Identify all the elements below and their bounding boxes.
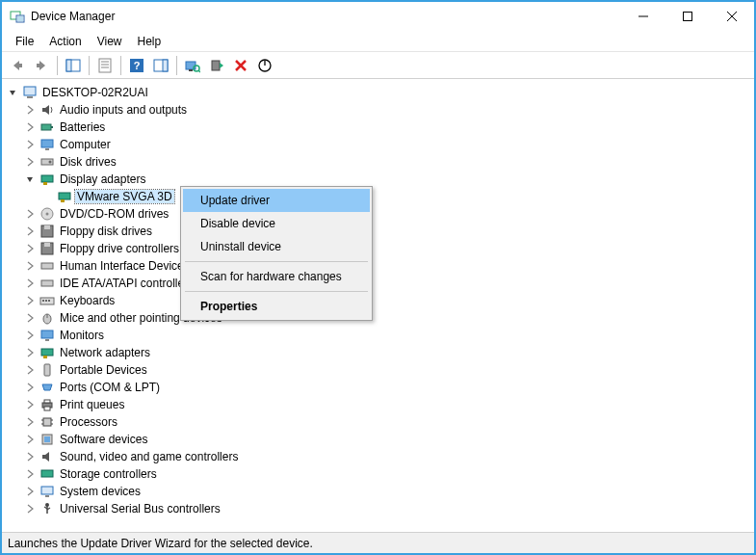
chevron-right-icon[interactable] (23, 277, 37, 290)
forward-button[interactable] (30, 54, 53, 77)
menu-file[interactable]: File (8, 33, 41, 50)
svg-rect-59 (44, 400, 50, 403)
chevron-right-icon[interactable] (23, 433, 37, 446)
svg-line-22 (198, 70, 200, 72)
tree-item-sound[interactable]: Sound, video and game controllers (21, 448, 752, 465)
tree-item-disk[interactable]: Disk drives (21, 153, 752, 171)
menu-action[interactable]: Action (41, 33, 89, 50)
display-adapter-icon (57, 189, 72, 204)
chevron-right-icon[interactable] (23, 450, 37, 463)
floppy-controller-icon (39, 241, 55, 256)
update-driver-button[interactable] (205, 54, 228, 77)
svg-rect-56 (43, 356, 47, 358)
menu-help[interactable]: Help (130, 33, 169, 50)
chevron-right-icon[interactable] (23, 138, 37, 151)
tree-item-label: Disk drives (58, 155, 118, 169)
scan-hardware-button[interactable] (181, 54, 204, 77)
tree-item-floppy-disk[interactable]: Floppy disk drives (21, 223, 752, 240)
tree-item-label: Floppy disk drives (58, 225, 154, 238)
svg-rect-46 (41, 280, 53, 286)
computer-icon (22, 85, 38, 100)
chevron-right-icon[interactable] (23, 346, 37, 359)
tree-item-label: Floppy drive controllers (58, 242, 181, 255)
tree-item-monitors[interactable]: Monitors (21, 327, 752, 344)
tree-item-processors[interactable]: Processors (21, 413, 752, 431)
chevron-right-icon[interactable] (23, 311, 37, 325)
tree-item-portable[interactable]: Portable Devices (21, 361, 752, 379)
chevron-right-icon[interactable] (23, 294, 37, 307)
svg-rect-35 (41, 175, 53, 182)
tree-item-storage[interactable]: Storage controllers (21, 465, 752, 483)
device-tree-panel[interactable]: DESKTOP-02R2UAI Audio inputs and outputs… (2, 79, 754, 532)
tree-item-ports[interactable]: Ports (COM & LPT) (21, 379, 752, 396)
context-properties[interactable]: Properties (183, 295, 370, 318)
chevron-right-icon[interactable] (23, 225, 37, 238)
tree-item-keyboards[interactable]: Keyboards (21, 292, 752, 309)
maximize-button[interactable] (665, 2, 710, 31)
tree-item-label: Processors (58, 415, 119, 429)
chevron-right-icon[interactable] (23, 398, 37, 411)
app-icon (10, 9, 25, 24)
uninstall-device-button[interactable] (229, 54, 252, 77)
tree-item-usb[interactable]: Universal Serial Bus controllers (21, 500, 752, 517)
chevron-right-icon[interactable] (23, 502, 37, 515)
toolbar-separator (120, 56, 121, 75)
tree-item-system[interactable]: System devices (21, 483, 752, 500)
dvd-icon (39, 206, 55, 222)
svg-rect-44 (44, 243, 50, 247)
sound-icon (39, 449, 55, 464)
context-disable-device[interactable]: Disable device (183, 212, 370, 235)
menu-view[interactable]: View (90, 33, 130, 50)
chevron-right-icon[interactable] (23, 363, 37, 377)
chevron-down-icon[interactable] (6, 86, 19, 99)
minimize-button[interactable] (621, 2, 665, 31)
device-manager-window: Device Manager File Action View Help (0, 0, 756, 555)
svg-rect-67 (44, 436, 50, 442)
tree-item-software[interactable]: Software devices (21, 431, 752, 448)
tree-item-display-adapters[interactable]: Display adapters (21, 171, 752, 188)
tree-item-print[interactable]: Print queues (21, 396, 752, 413)
chevron-right-icon[interactable] (23, 467, 37, 481)
tree-item-ide[interactable]: IDE ATA/ATAPI controllers (21, 275, 752, 292)
action-pane-button[interactable] (149, 54, 172, 77)
tree-item-batteries[interactable]: Batteries (21, 119, 752, 136)
tree-item-hid[interactable]: Human Interface Devices (21, 257, 752, 275)
chevron-right-icon[interactable] (23, 120, 37, 134)
chevron-right-icon[interactable] (23, 415, 37, 429)
tree-item-mice[interactable]: Mice and other pointing devices (21, 309, 752, 327)
chevron-right-icon[interactable] (23, 242, 37, 255)
chevron-right-icon[interactable] (23, 155, 37, 169)
tree-item-network[interactable]: Network adapters (21, 344, 752, 361)
tree-root[interactable]: DESKTOP-02R2UAI (4, 84, 752, 101)
show-hide-console-tree-button[interactable] (62, 54, 85, 77)
toolbar-separator (176, 56, 177, 75)
context-update-driver[interactable]: Update driver (183, 189, 370, 212)
chevron-down-icon[interactable] (23, 172, 37, 186)
disable-device-button[interactable] (253, 54, 276, 77)
context-uninstall-device[interactable]: Uninstall device (183, 235, 370, 258)
window-controls (621, 2, 754, 31)
context-scan-hardware[interactable]: Scan for hardware changes (183, 265, 370, 288)
chevron-right-icon[interactable] (23, 259, 37, 273)
tree-item-audio[interactable]: Audio inputs and outputs (21, 101, 752, 119)
svg-rect-10 (66, 60, 71, 71)
svg-rect-8 (37, 64, 40, 67)
cpu-icon (39, 414, 55, 430)
tree-item-dvd[interactable]: DVD/CD-ROM drives (21, 205, 752, 223)
tree-item-floppy-controllers[interactable]: Floppy drive controllers (21, 240, 752, 257)
portable-icon (39, 362, 55, 378)
properties-button[interactable] (93, 54, 117, 77)
chevron-right-icon[interactable] (23, 207, 37, 221)
svg-rect-54 (45, 339, 49, 341)
back-button[interactable] (6, 54, 29, 77)
chevron-right-icon[interactable] (23, 485, 37, 498)
chevron-right-icon[interactable] (23, 381, 37, 394)
chevron-right-icon[interactable] (23, 103, 37, 117)
floppy-icon (39, 224, 55, 239)
tree-item-vmware-svga[interactable]: VMware SVGA 3D (39, 188, 752, 205)
help-button[interactable]: ? (125, 54, 148, 77)
close-button[interactable] (710, 2, 754, 31)
svg-rect-11 (99, 59, 111, 72)
tree-item-computer[interactable]: Computer (21, 136, 752, 153)
chevron-right-icon[interactable] (23, 329, 37, 342)
